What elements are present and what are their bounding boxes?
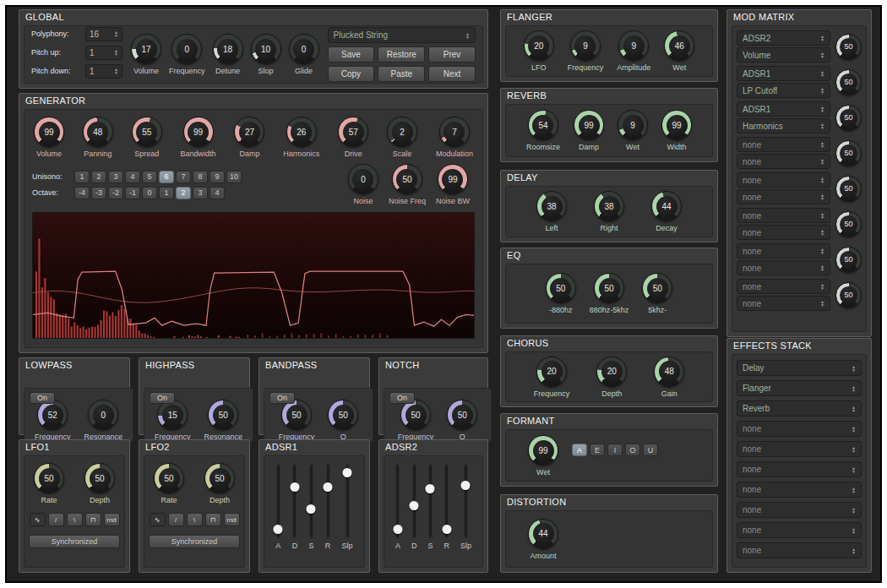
octave-button[interactable]: -2: [108, 187, 123, 199]
adsr-slider-s[interactable]: [429, 465, 432, 537]
mod-amount-knob[interactable]: 50: [835, 34, 862, 60]
mod-target-select[interactable]: none: [737, 296, 830, 311]
frequency-knob[interactable]: 9: [570, 30, 601, 61]
mod-source-select[interactable]: none: [737, 279, 830, 294]
depth-knob[interactable]: 50: [84, 463, 115, 493]
waveform-random-button[interactable]: rnd: [104, 513, 120, 526]
sync-button[interactable]: Synchronized: [149, 535, 241, 548]
scale-knob[interactable]: 2: [387, 117, 417, 147]
modulation-knob[interactable]: 7: [439, 117, 470, 147]
effects-stack-slot[interactable]: none: [737, 522, 862, 538]
preset-select[interactable]: Plucked String: [328, 27, 476, 43]
octave-button[interactable]: 4: [210, 187, 225, 199]
mod-target-select[interactable]: none: [737, 260, 830, 275]
volume-knob[interactable]: 17: [131, 34, 161, 64]
effects-stack-slot[interactable]: none: [737, 441, 862, 457]
octave-button[interactable]: 1: [159, 187, 174, 199]
effects-stack-slot[interactable]: Reverb: [737, 400, 862, 416]
slider-thumb[interactable]: [290, 482, 299, 492]
mod-amount-knob[interactable]: 50: [835, 140, 862, 166]
unisono-button[interactable]: 7: [176, 171, 191, 183]
unisono-button[interactable]: 8: [193, 171, 208, 183]
pitch-down-spinner[interactable]: 1: [85, 64, 122, 79]
octave-button[interactable]: 3: [193, 187, 208, 199]
volume-knob[interactable]: 99: [34, 117, 64, 147]
mod-amount-knob[interactable]: 50: [835, 282, 862, 308]
noise-bw-knob[interactable]: 99: [438, 164, 468, 194]
panning-knob[interactable]: 48: [83, 117, 113, 147]
vowel-a-button[interactable]: A: [572, 444, 587, 456]
vowel-o-button[interactable]: O: [625, 444, 640, 456]
mod-amount-knob[interactable]: 50: [835, 247, 862, 273]
sync-button[interactable]: Synchronized: [29, 535, 121, 548]
waveform-random-button[interactable]: rnd: [224, 513, 240, 526]
damp-knob[interactable]: 99: [574, 110, 604, 140]
waveform-sine-button[interactable]: ∿: [150, 513, 166, 526]
pitch-up-spinner[interactable]: 1: [85, 46, 122, 60]
filter-on-button[interactable]: On: [150, 392, 175, 404]
q-knob[interactable]: 50: [328, 400, 358, 430]
adsr-slider-d[interactable]: [413, 465, 416, 537]
width-knob[interactable]: 99: [661, 110, 692, 140]
waveform-square-button[interactable]: ⊓: [205, 513, 221, 526]
effects-stack-slot[interactable]: Flanger: [737, 380, 862, 396]
mod-source-select[interactable]: none: [737, 137, 830, 152]
rate-knob[interactable]: 50: [154, 463, 184, 493]
effects-stack-slot[interactable]: none: [737, 482, 862, 498]
unisono-button[interactable]: 9: [210, 171, 225, 183]
effects-stack-slot[interactable]: none: [737, 542, 862, 558]
octave-button[interactable]: 2: [176, 187, 191, 199]
wet-knob[interactable]: 99: [528, 435, 558, 466]
amount-knob[interactable]: 44: [528, 519, 558, 549]
unisono-button[interactable]: 6: [159, 171, 174, 183]
mod-amount-knob[interactable]: 50: [835, 105, 862, 131]
resonance-knob[interactable]: 0: [88, 400, 118, 430]
mod-amount-knob[interactable]: 50: [835, 176, 862, 202]
noise-knob[interactable]: 0: [348, 164, 378, 194]
slider-thumb[interactable]: [410, 501, 419, 510]
frequency-knob[interactable]: 50: [281, 400, 312, 430]
mod-amount-knob[interactable]: 50: [835, 211, 862, 237]
filter-on-button[interactable]: On: [389, 392, 415, 404]
q-knob[interactable]: 50: [447, 400, 477, 430]
paste-button[interactable]: Paste: [378, 66, 425, 82]
adsr-slider-s[interactable]: [310, 465, 313, 537]
octave-button[interactable]: -1: [125, 187, 140, 199]
slider-thumb[interactable]: [442, 525, 451, 534]
polyphony-spinner[interactable]: 16: [85, 27, 122, 41]
880hz-5khz-knob[interactable]: 50: [594, 273, 624, 303]
slider-thumb[interactable]: [343, 468, 352, 477]
octave-button[interactable]: -4: [74, 187, 90, 199]
drive-knob[interactable]: 57: [338, 117, 368, 147]
bandwidth-knob[interactable]: 99: [183, 117, 214, 147]
left-knob[interactable]: 38: [536, 191, 567, 221]
mod-target-select[interactable]: none: [737, 225, 830, 240]
adsr-slider-a[interactable]: [277, 465, 280, 537]
detune-knob[interactable]: 18: [213, 34, 243, 64]
880hz-knob[interactable]: 50: [546, 273, 576, 303]
mod-amount-knob[interactable]: 50: [835, 69, 862, 95]
adsr-slider-d[interactable]: [293, 465, 296, 537]
copy-button[interactable]: Copy: [328, 66, 375, 82]
mod-target-select[interactable]: LP Cutoff: [737, 83, 830, 98]
lfo-knob[interactable]: 20: [524, 30, 554, 61]
wet-knob[interactable]: 46: [664, 30, 694, 61]
unisono-button[interactable]: 3: [108, 171, 123, 183]
damp-knob[interactable]: 27: [234, 117, 264, 147]
resonance-knob[interactable]: 50: [208, 400, 238, 430]
gain-knob[interactable]: 48: [654, 357, 684, 387]
roomsize-knob[interactable]: 54: [528, 110, 558, 140]
glide-knob[interactable]: 0: [289, 34, 319, 64]
vowel-u-button[interactable]: U: [643, 444, 658, 456]
unisono-button[interactable]: 1: [74, 171, 90, 183]
filter-on-button[interactable]: On: [30, 392, 55, 404]
waveform-saw-down-button[interactable]: \: [67, 513, 83, 526]
rate-knob[interactable]: 50: [34, 463, 64, 493]
frequency-knob[interactable]: 50: [400, 400, 431, 430]
adsr-slider-slp[interactable]: [346, 465, 349, 537]
effects-stack-slot[interactable]: Delay: [737, 360, 862, 376]
unisono-button[interactable]: 2: [91, 171, 106, 183]
frequency-knob[interactable]: 0: [171, 34, 202, 64]
effects-stack-slot[interactable]: none: [737, 461, 862, 477]
depth-knob[interactable]: 20: [596, 357, 627, 387]
